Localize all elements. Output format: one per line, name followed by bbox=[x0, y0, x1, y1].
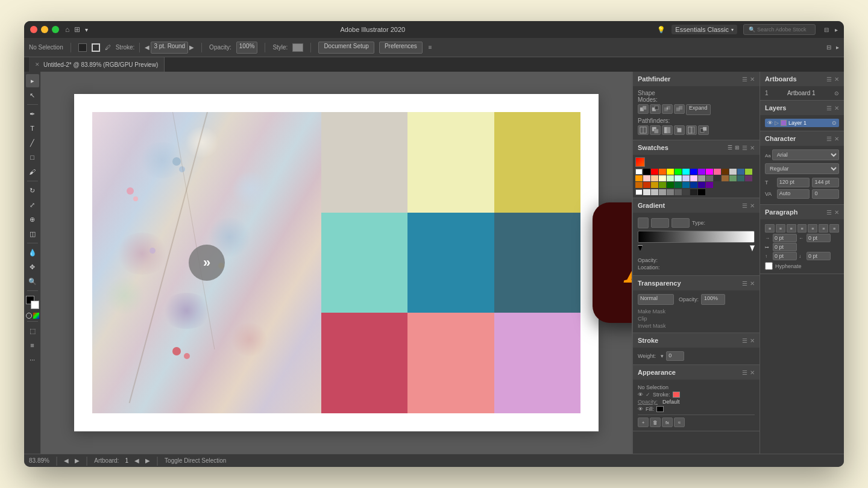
swatch-purple[interactable] bbox=[706, 182, 713, 188]
swatches-close-icon[interactable]: ✕ bbox=[750, 145, 755, 151]
justify-all-btn[interactable]: ≡ bbox=[808, 224, 817, 233]
expand-button[interactable]: Expand bbox=[686, 104, 711, 115]
appear-fx-icon[interactable]: fx bbox=[662, 418, 673, 427]
swatch-tan[interactable] bbox=[722, 175, 729, 181]
swatch-gray-3[interactable] bbox=[659, 189, 666, 195]
right-indent-input[interactable] bbox=[807, 234, 831, 242]
rect-tool[interactable]: □ bbox=[26, 151, 39, 164]
search-stock-input[interactable]: 🔍 Search Adobe Stock bbox=[743, 24, 816, 35]
gradient-menu-icon[interactable]: ☰ bbox=[742, 202, 747, 209]
hand-tool[interactable]: ✥ bbox=[26, 260, 39, 274]
more-options-icon[interactable]: ≡ bbox=[429, 44, 432, 51]
artboards-menu-icon[interactable]: ☰ bbox=[826, 76, 832, 83]
artboard-prev-btn[interactable]: ◀ bbox=[134, 457, 139, 464]
stroke-header[interactable]: Stroke ☰ ✕ bbox=[633, 333, 760, 348]
swatch-gray-8[interactable] bbox=[698, 189, 705, 195]
appearance-close-icon[interactable]: ✕ bbox=[750, 369, 755, 376]
swatch-orange[interactable] bbox=[659, 169, 666, 175]
swatches-header[interactable]: Swatches ☰ ⊞ ☰ ✕ bbox=[633, 140, 760, 155]
character-header[interactable]: Character ☰ ✕ bbox=[760, 131, 844, 146]
appear-eye-icon[interactable]: 👁 bbox=[638, 392, 643, 398]
artboard-next-btn[interactable]: ▶ bbox=[145, 457, 150, 464]
justify-right-btn[interactable]: ≡ bbox=[819, 224, 828, 233]
stroke-weight-input[interactable]: 0 bbox=[666, 351, 684, 361]
paragraph-header[interactable]: Paragraph ☰ ✕ bbox=[760, 205, 844, 219]
pathfinder-header[interactable]: Pathfinder ☰ ✕ bbox=[633, 72, 760, 86]
appearance-menu-icon[interactable]: ☰ bbox=[742, 369, 747, 376]
swatch-steelblue[interactable] bbox=[737, 169, 744, 175]
appear-fill-swatch[interactable] bbox=[656, 406, 664, 412]
gradient-radial-btn[interactable] bbox=[671, 218, 690, 228]
gradient-preview-swatch[interactable] bbox=[638, 217, 649, 228]
panel-toggle-icon[interactable]: ▸ bbox=[836, 44, 839, 51]
crop-btn[interactable] bbox=[674, 125, 685, 135]
artboards-close-icon[interactable]: ✕ bbox=[834, 76, 839, 83]
swatch-gray-7[interactable] bbox=[690, 189, 697, 195]
grid-icon[interactable]: ⊞ bbox=[74, 25, 80, 34]
swatch-gray-2[interactable] bbox=[651, 189, 658, 195]
pathfinder-close-icon[interactable]: ✕ bbox=[750, 76, 755, 83]
expand-icon[interactable]: ▸ bbox=[835, 27, 838, 33]
arrange-windows-icon[interactable]: ⊟ bbox=[826, 44, 831, 51]
para-close-icon[interactable]: ✕ bbox=[834, 209, 839, 216]
appear-check-icon[interactable]: ✓ bbox=[646, 392, 650, 398]
zoom-out-btn[interactable]: ◀ bbox=[64, 457, 69, 464]
swatch-lime[interactable] bbox=[745, 169, 752, 175]
swatch-navy[interactable] bbox=[690, 182, 697, 188]
swatch-yellow[interactable] bbox=[667, 169, 674, 175]
swatch-gray-4[interactable] bbox=[667, 189, 674, 195]
swatch-lavender[interactable] bbox=[682, 175, 690, 181]
gradient-linear-btn[interactable] bbox=[651, 218, 669, 228]
justify-btn[interactable]: ≡ bbox=[797, 224, 807, 233]
transparency-menu-icon[interactable]: ☰ bbox=[742, 280, 747, 287]
swatch-indigo[interactable] bbox=[698, 182, 705, 188]
direct-select-tool[interactable]: ↖ bbox=[26, 89, 39, 102]
align-left-btn[interactable]: ≡ bbox=[765, 224, 775, 233]
arrange-icon[interactable]: ⊟ bbox=[824, 27, 829, 33]
swatch-darkgreen[interactable] bbox=[667, 182, 674, 188]
swatch-midgray[interactable] bbox=[698, 175, 705, 181]
minus-front-btn[interactable] bbox=[650, 104, 661, 114]
swatch-pink[interactable] bbox=[714, 169, 721, 175]
swatch-lightcyan[interactable] bbox=[675, 175, 682, 181]
merge-btn[interactable] bbox=[662, 125, 673, 135]
swatch-peach[interactable] bbox=[651, 175, 658, 181]
select-tool[interactable]: ▸ bbox=[26, 74, 39, 87]
layer-item[interactable]: 👁 ▷ Layer 1 ⊙ bbox=[765, 119, 839, 127]
swatch-ocean[interactable] bbox=[682, 182, 690, 188]
swatch-cyan[interactable] bbox=[682, 169, 690, 175]
layer-lock-icon[interactable]: ▷ bbox=[775, 120, 779, 126]
exclude-btn[interactable] bbox=[674, 104, 685, 114]
swatches-list-icon[interactable]: ☰ bbox=[728, 145, 732, 151]
none-color[interactable] bbox=[26, 313, 32, 319]
leading-input[interactable]: 144 pt bbox=[812, 178, 839, 187]
stroke-tool-icon[interactable]: 🖊 bbox=[105, 44, 111, 51]
gradient-stop-right[interactable] bbox=[750, 245, 755, 251]
swatch-gray-1[interactable] bbox=[643, 189, 650, 195]
gradient-header[interactable]: Gradient ☰ ✕ bbox=[633, 198, 760, 213]
font-size-input[interactable]: 120 pt bbox=[777, 178, 810, 187]
swatch-brown[interactable] bbox=[722, 169, 729, 175]
close-button[interactable] bbox=[30, 26, 37, 33]
layers-menu-icon[interactable]: ☰ bbox=[826, 105, 832, 111]
swatch-burnorange[interactable] bbox=[635, 182, 643, 188]
hyphenate-checkbox[interactable] bbox=[765, 262, 773, 270]
maximize-button[interactable] bbox=[52, 26, 59, 33]
gradient-tool[interactable]: ◫ bbox=[26, 227, 39, 240]
color-icon[interactable] bbox=[33, 313, 39, 319]
minus-back-btn[interactable] bbox=[698, 125, 709, 135]
type-tool[interactable]: T bbox=[26, 122, 39, 135]
style-preview[interactable] bbox=[292, 43, 303, 52]
stroke-close-icon[interactable]: ✕ bbox=[750, 337, 755, 344]
appear-graph-icon[interactable]: ≈ bbox=[674, 418, 685, 427]
swatch-blue[interactable] bbox=[690, 169, 697, 175]
align-right-btn[interactable]: ≡ bbox=[787, 224, 796, 233]
stroke-swatch[interactable] bbox=[92, 43, 100, 52]
document-setup-button[interactable]: Document Setup bbox=[318, 42, 374, 54]
align-center-btn[interactable]: ≡ bbox=[776, 224, 785, 233]
swatch-plum[interactable] bbox=[745, 175, 752, 181]
swatch-olive[interactable] bbox=[659, 182, 666, 188]
essentials-button[interactable]: Essentials Classic ▾ bbox=[671, 25, 737, 34]
stroke-menu-icon[interactable]: ☰ bbox=[742, 337, 747, 344]
font-style-select[interactable]: Regular bbox=[765, 163, 839, 174]
